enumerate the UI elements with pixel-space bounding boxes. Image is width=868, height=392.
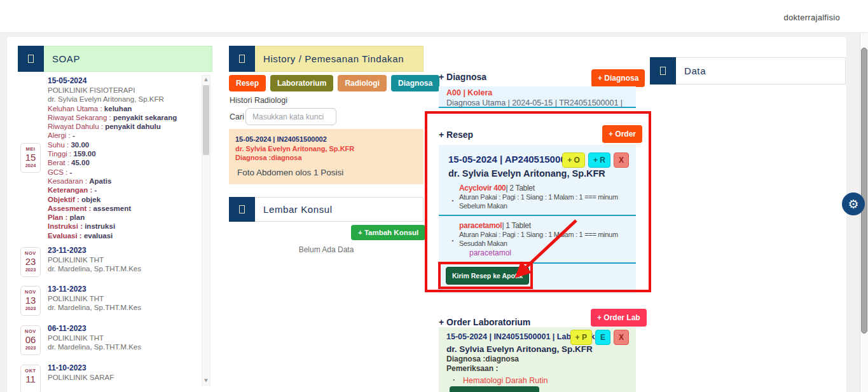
soap-list-scrollbar[interactable]: ▲ ▼ bbox=[202, 75, 210, 386]
badge-year: 2023 bbox=[21, 267, 40, 273]
field-value: objek bbox=[81, 196, 100, 203]
badge-month: NOV bbox=[21, 250, 40, 256]
item-divider bbox=[439, 262, 636, 264]
soap-field: Kesadaran : Apatis bbox=[48, 177, 200, 186]
date-badge: NOV 06 2023 bbox=[20, 325, 41, 355]
date-badge: NOV 23 2023 bbox=[20, 247, 41, 277]
visit-doctor: dr. Mardelina, Sp.THT.M.Kes bbox=[48, 303, 200, 312]
data-panel-title: Data bbox=[676, 57, 846, 84]
field-label: Objektif : bbox=[48, 196, 81, 203]
page-scrollbar-thumb[interactable] bbox=[861, 48, 867, 334]
badge-day: 11 bbox=[21, 374, 40, 384]
resep-add-obat-button[interactable]: + O bbox=[562, 152, 585, 168]
lab-order-card: 15-05-2024 | IN24051500001 | Lab.Klinik … bbox=[439, 327, 636, 392]
badge-day: 13 bbox=[21, 295, 40, 306]
page-scrollbar[interactable] bbox=[860, 33, 868, 392]
field-value: evaluasi bbox=[84, 232, 113, 240]
field-label: Evaluasi : bbox=[48, 232, 84, 240]
order-lab-button[interactable]: + Order Lab bbox=[591, 309, 647, 327]
placeholder-glyph-icon bbox=[660, 67, 666, 75]
placeholder-glyph-icon bbox=[239, 205, 245, 213]
tab-radiologi[interactable]: Radiologi bbox=[338, 75, 387, 91]
field-label: Tinggi : bbox=[48, 150, 73, 158]
visit-date: 15-05-2024 bbox=[48, 76, 200, 86]
kirim-resep-ke-apotik-button[interactable]: Kirim Resep ke Apotik bbox=[446, 267, 529, 285]
soap-scrollbar-thumb[interactable] bbox=[203, 85, 209, 155]
diagnosa-code: A00 | Kolera bbox=[446, 88, 628, 98]
konsul-panel-icon bbox=[229, 197, 255, 222]
resep-delete-button[interactable]: X bbox=[614, 152, 629, 168]
drug-note: paracetamol bbox=[459, 248, 632, 258]
field-value: - bbox=[72, 132, 75, 139]
field-label: Riwayat Sekarang : bbox=[48, 114, 113, 121]
soap-field: GCS : - bbox=[48, 168, 200, 177]
empty-data-text: Belum Ada Data bbox=[229, 245, 424, 254]
konsul-panel-title: Lembar Konsul bbox=[255, 197, 424, 222]
order-resep-button[interactable]: + Order bbox=[602, 125, 642, 143]
history-panel-title: History / Pemesanan Tindakan bbox=[255, 46, 424, 72]
placeholder-glyph-icon bbox=[28, 55, 34, 63]
field-label: Assesment : bbox=[48, 205, 93, 212]
resep-section-heading: + Resep bbox=[439, 130, 473, 140]
scroll-up-icon[interactable]: ▲ bbox=[202, 76, 210, 84]
radiology-diagnosis: Diagnosa :diagnosa bbox=[235, 153, 417, 163]
visit-clinic: POLIKLINIK THT bbox=[48, 255, 200, 264]
soap-field: Tinggi : 159.00 bbox=[48, 149, 200, 158]
drug-qty: | 2 Tablet bbox=[506, 184, 535, 193]
field-value: penyakit sekarang bbox=[113, 114, 177, 121]
data-panel-icon bbox=[650, 57, 676, 84]
drug-usage: Aturan Pakai : Pagi : 1 Siang : 1 Malam … bbox=[459, 230, 632, 239]
soap-entry[interactable]: 13-11-2023 POLIKLINIK THT dr. Mardelina,… bbox=[48, 284, 200, 313]
diagnosa-entry-card[interactable]: A00 | Kolera Diagnosa Utama | 2024-05-15… bbox=[439, 86, 636, 108]
scroll-down-icon[interactable]: ▼ bbox=[202, 377, 210, 385]
field-value: - bbox=[70, 168, 72, 176]
resep-item: paracetamol| 1 Tablet Aturan Pakai : Pag… bbox=[459, 221, 632, 257]
lab-send-button[interactable] bbox=[450, 386, 539, 392]
diagnosa-section-heading: + Diagnosa bbox=[439, 72, 486, 82]
resep-doctor: dr. Sylvia Evelyn Aritonang, Sp.KFR bbox=[448, 168, 605, 179]
field-value: - bbox=[95, 186, 97, 194]
lab-add-pemeriksaan-button[interactable]: + P bbox=[570, 330, 592, 345]
date-badge: MEI 15 2024 bbox=[20, 143, 41, 173]
soap-field: Plan : plan bbox=[48, 213, 200, 222]
badge-day: 23 bbox=[21, 256, 40, 267]
lab-diagnosis: Diagnosa :diagnosa bbox=[446, 355, 519, 363]
tab-resep[interactable]: Resep bbox=[229, 75, 266, 91]
badge-year: 2023 bbox=[21, 345, 40, 351]
logged-in-username[interactable]: dokterrajalfisio bbox=[783, 13, 840, 22]
visit-doctor: dr. Sylvia Evelyn Aritonang, Sp.KFR bbox=[48, 95, 200, 104]
histori-radiologi-label: Histori Radiologi bbox=[230, 96, 287, 105]
item-divider bbox=[439, 215, 636, 216]
soap-field: Evaluasi : evaluasi bbox=[48, 231, 200, 240]
soap-entry[interactable]: 11-10-2023 POLIKLINIK SARAF bbox=[48, 363, 200, 382]
tambah-konsul-button[interactable]: + Tambah Konsul bbox=[351, 225, 425, 240]
soap-panel-icon bbox=[18, 46, 44, 72]
search-input[interactable] bbox=[245, 108, 336, 125]
lab-edit-button[interactable]: E bbox=[595, 330, 610, 345]
soap-field: Keterangan : - bbox=[48, 186, 200, 194]
soap-entry[interactable]: 15-05-2024 POLIKLINIK FISIOTERAPI dr. Sy… bbox=[48, 76, 200, 240]
history-tabs: Resep Laboratorium Radiologi Diagnosa bbox=[229, 75, 439, 91]
tab-laboratorium[interactable]: Laboratorium bbox=[270, 75, 333, 91]
resep-racik-button[interactable]: + R bbox=[588, 152, 610, 168]
soap-entry[interactable]: 23-11-2023 POLIKLINIK THT dr. Mardelina,… bbox=[48, 245, 200, 274]
add-diagnosa-button[interactable]: + Diagnosa bbox=[591, 69, 645, 87]
radiology-history-card[interactable]: 15-05-2024 | IN24051500002 dr. Sylvia Ev… bbox=[229, 129, 424, 184]
soap-entry[interactable]: 06-11-2023 POLIKLINIK THT dr. Mardelina,… bbox=[48, 323, 200, 352]
item-bullet-icon: · bbox=[451, 196, 454, 205]
tab-diagnosa[interactable]: Diagnosa bbox=[391, 75, 439, 91]
history-panel-icon bbox=[229, 46, 255, 72]
visit-date: 06-11-2023 bbox=[48, 323, 200, 334]
visit-doctor: dr. Mardelina, Sp.THT.M.Kes bbox=[48, 264, 200, 273]
soap-timeline-list: 15-05-2024 POLIKLINIK FISIOTERAPI dr. Sy… bbox=[18, 72, 212, 392]
lab-doctor: dr. Sylvia Evelyn Aritonang, Sp.KFR bbox=[446, 344, 593, 354]
soap-field: Assesment : assesment bbox=[48, 204, 200, 213]
placeholder-glyph-icon bbox=[239, 55, 245, 63]
soap-panel-title: SOAP bbox=[44, 46, 212, 72]
settings-fab[interactable]: ⚙ bbox=[842, 193, 865, 215]
soap-field: Suhu : 30.00 bbox=[48, 140, 200, 149]
field-value: 30.00 bbox=[71, 141, 89, 149]
field-label: Alergi : bbox=[48, 132, 72, 139]
lab-delete-button[interactable]: X bbox=[614, 330, 629, 345]
topbar: dokterrajalfisio bbox=[0, 0, 868, 33]
